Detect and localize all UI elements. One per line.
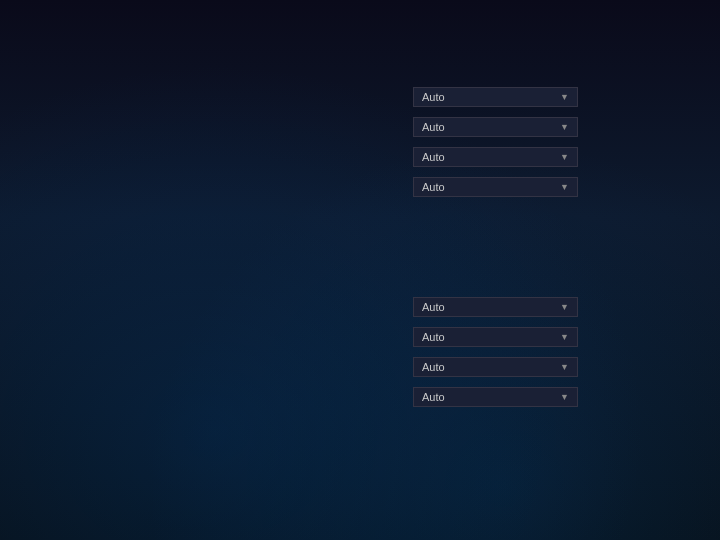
setting-value[interactable]: Auto▼	[413, 387, 578, 407]
setting-value[interactable]: Auto▼	[413, 117, 578, 137]
setting-value[interactable]: Auto▼	[413, 327, 578, 347]
chevron-down-icon: ▼	[560, 182, 569, 192]
setting-value[interactable]: Auto▼	[413, 297, 578, 317]
chevron-down-icon: ▼	[560, 122, 569, 132]
setting-value-text: Auto	[422, 121, 445, 133]
setting-value-text: Auto	[422, 181, 445, 193]
setting-value-text: Auto	[422, 91, 445, 103]
setting-value[interactable]: Auto▼	[413, 147, 578, 167]
setting-value[interactable]: Auto▼	[413, 177, 578, 197]
setting-value-text: Auto	[422, 151, 445, 163]
setting-value-text: Auto	[422, 301, 445, 313]
chevron-down-icon: ▼	[560, 92, 569, 102]
setting-value-text: Auto	[422, 331, 445, 343]
setting-value-text: Auto	[422, 391, 445, 403]
setting-value[interactable]: Auto▼	[413, 357, 578, 377]
chevron-down-icon: ▼	[560, 362, 569, 372]
setting-value-text: Auto	[422, 361, 445, 373]
setting-value[interactable]: Auto▼	[413, 87, 578, 107]
chevron-down-icon: ▼	[560, 302, 569, 312]
chevron-down-icon: ▼	[560, 392, 569, 402]
chevron-down-icon: ▼	[560, 152, 569, 162]
chevron-down-icon: ▼	[560, 332, 569, 342]
